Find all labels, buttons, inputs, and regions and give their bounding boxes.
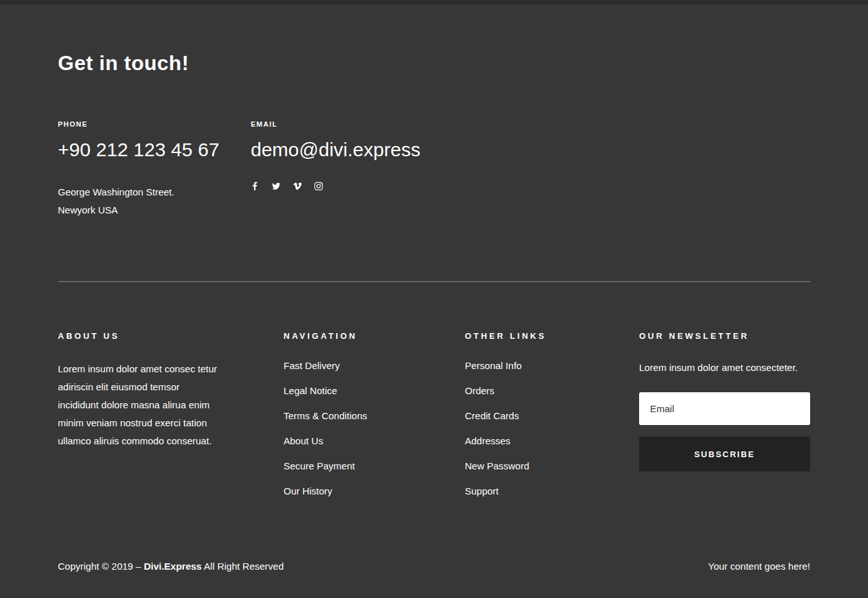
page-title: Get in touch! <box>58 51 810 75</box>
nav-link-our-history[interactable]: Our History <box>284 485 332 496</box>
list-item: Our History <box>284 485 446 497</box>
other-link-addresses[interactable]: Addresses <box>465 435 511 446</box>
address-line-1: George Washington Street. <box>58 183 231 201</box>
copyright-prefix: Copyright © 2019 – <box>58 561 144 572</box>
list-item: Fast Delivery <box>284 360 446 372</box>
footer-bottom-bar: Copyright © 2019 – Divi.Express All Righ… <box>58 561 810 598</box>
email-label: EMAIL <box>251 120 424 128</box>
list-item: About Us <box>284 435 446 447</box>
facebook-icon[interactable] <box>251 182 259 190</box>
address-block: George Washington Street. Newyork USA <box>58 183 231 219</box>
subscribe-button[interactable]: SUBSCRIBE <box>639 437 810 471</box>
address-line-2: Newyork USA <box>58 201 231 219</box>
newsletter-title: OUR NEWSLETTER <box>639 331 810 341</box>
top-section-edge <box>0 0 868 5</box>
footer-right-text: Your content goes here! <box>708 561 810 572</box>
footer-widgets-section: ABOUT US Lorem insum dolor amet consec t… <box>58 282 810 598</box>
list-item: Personal Info <box>465 360 620 372</box>
social-icons-row <box>251 182 424 190</box>
vimeo-icon[interactable] <box>293 182 302 190</box>
about-us-title: ABOUT US <box>58 331 264 341</box>
brand-link[interactable]: Divi.Express <box>144 561 202 572</box>
copyright-suffix: All Right Reserved <box>202 561 284 572</box>
widget-navigation: NAVIGATION Fast Delivery Legal Notice Te… <box>284 331 446 511</box>
other-link-personal-info[interactable]: Personal Info <box>465 360 521 371</box>
nav-link-fast-delivery[interactable]: Fast Delivery <box>284 360 340 371</box>
widget-about: ABOUT US Lorem insum dolor amet consec t… <box>58 331 264 511</box>
contact-section: Get in touch! PHONE +90 212 123 45 67 Ge… <box>58 0 810 282</box>
widget-newsletter: OUR NEWSLETTER Lorem insum dolor amet co… <box>639 331 810 511</box>
twitter-icon[interactable] <box>272 182 280 190</box>
phone-number-link[interactable]: +90 212 123 45 67 <box>58 138 219 161</box>
list-item: Secure Payment <box>284 460 446 472</box>
other-link-support[interactable]: Support <box>465 485 499 496</box>
widget-other-links: OTHER LINKS Personal Info Orders Credit … <box>465 331 620 511</box>
navigation-title: NAVIGATION <box>284 331 446 341</box>
phone-label: PHONE <box>58 120 231 128</box>
list-item: Credit Cards <box>465 410 620 422</box>
list-item: Legal Notice <box>284 385 446 397</box>
nav-link-terms-conditions[interactable]: Terms & Conditions <box>284 410 367 421</box>
phone-block: PHONE +90 212 123 45 67 George Washingto… <box>58 120 231 219</box>
other-links-title: OTHER LINKS <box>465 331 620 341</box>
other-link-credit-cards[interactable]: Credit Cards <box>465 410 519 421</box>
list-item: Terms & Conditions <box>284 410 446 422</box>
nav-link-about-us[interactable]: About Us <box>284 435 323 446</box>
copyright-text: Copyright © 2019 – Divi.Express All Righ… <box>58 561 284 572</box>
nav-link-legal-notice[interactable]: Legal Notice <box>284 385 337 396</box>
list-item: New Password <box>465 460 620 472</box>
list-item: Orders <box>465 385 620 397</box>
about-us-text: Lorem insum dolor amet consec tetur adir… <box>58 360 220 450</box>
contact-grid-spacer-1 <box>444 120 617 219</box>
contact-grid-spacer-2 <box>637 120 810 219</box>
navigation-links: Fast Delivery Legal Notice Terms & Condi… <box>284 360 446 497</box>
list-item: Support <box>465 485 620 497</box>
other-link-new-password[interactable]: New Password <box>465 460 529 471</box>
newsletter-text: Lorem insum dolor amet consecteter. <box>639 360 810 376</box>
contact-grid: PHONE +90 212 123 45 67 George Washingto… <box>58 120 810 219</box>
other-link-orders[interactable]: Orders <box>465 385 494 396</box>
list-item: Addresses <box>465 435 620 447</box>
email-block: EMAIL demo@divi.express <box>251 120 424 219</box>
instagram-icon[interactable] <box>314 182 323 190</box>
email-address-link[interactable]: demo@divi.express <box>251 138 420 161</box>
other-links: Personal Info Orders Credit Cards Addres… <box>465 360 620 497</box>
nav-link-secure-payment[interactable]: Secure Payment <box>284 460 355 471</box>
newsletter-email-input[interactable] <box>639 392 810 425</box>
